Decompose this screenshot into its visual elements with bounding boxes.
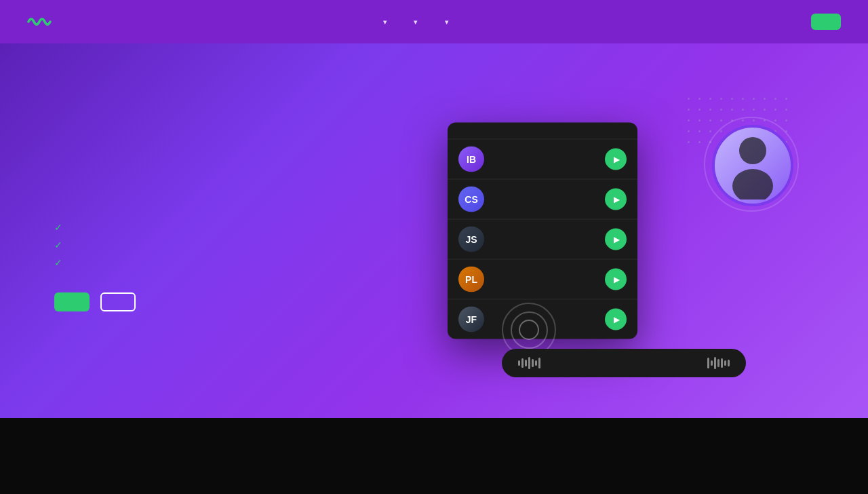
- play-button-jay[interactable]: ▶: [605, 229, 627, 250]
- navbar: ▾ ▾ ▾: [0, 0, 868, 43]
- svg-point-0: [739, 137, 766, 164]
- try-free-nav-button[interactable]: [811, 14, 841, 30]
- nav-resources[interactable]: ▾: [442, 18, 449, 26]
- waveform-left: [518, 357, 540, 369]
- play-icon: ▶: [614, 235, 620, 244]
- hero-title: [54, 164, 434, 202]
- play-icon: ▶: [614, 315, 620, 324]
- voice-info-issa: [492, 159, 597, 160]
- feature-item: ✓: [54, 222, 434, 233]
- voice-info-jay: [492, 239, 597, 240]
- play-button-issa[interactable]: ▶: [605, 149, 627, 170]
- avatar-issa: IB: [458, 147, 484, 172]
- avatar-cameron: CS: [458, 187, 484, 212]
- play-button-paige[interactable]: ▶: [605, 269, 627, 290]
- play-icon: ▶: [614, 155, 620, 164]
- voice-row-issa: IB ▶: [448, 139, 637, 179]
- play-icon: ▶: [614, 275, 620, 284]
- try-free-hero-button[interactable]: [54, 292, 90, 311]
- voice-row-paige: PL ▶: [448, 259, 637, 299]
- svg-point-1: [732, 169, 773, 200]
- feature-item: ✓: [54, 257, 434, 268]
- play-button-joe[interactable]: ▶: [605, 309, 627, 330]
- voice-info-cameron: [492, 199, 597, 200]
- voice-info-paige: [492, 279, 597, 280]
- hero-visual: // Generate dots inline const dp = docum…: [434, 43, 814, 418]
- logo[interactable]: [27, 14, 58, 30]
- hero-buttons: [54, 292, 434, 311]
- person-avatar-circle: [712, 125, 793, 206]
- chevron-down-icon: ▾: [414, 18, 418, 26]
- person-silhouette: [726, 132, 780, 200]
- avatar-jay: JS: [458, 227, 484, 252]
- book-demo-button[interactable]: [100, 292, 136, 311]
- check-icon: ✓: [54, 240, 62, 250]
- nav-links: ▾ ▾ ▾: [380, 18, 473, 26]
- voice-row-jay: JS ▶: [448, 219, 637, 259]
- footer-trusted-section: [0, 418, 868, 494]
- wellsaid-logo-icon: [27, 14, 52, 30]
- chevron-down-icon: ▾: [445, 18, 449, 26]
- feature-item: ✓: [54, 240, 434, 250]
- avatar-paige: PL: [458, 267, 484, 292]
- studio-header: [448, 123, 637, 139]
- check-icon: ✓: [54, 222, 62, 233]
- hero-features-list: ✓ ✓ ✓: [54, 222, 434, 268]
- waveform-right: [707, 357, 730, 369]
- nav-use-cases[interactable]: ▾: [411, 18, 418, 26]
- voice-row-cameron: CS ▶: [448, 179, 637, 219]
- nav-right: [795, 14, 841, 30]
- chevron-down-icon: ▾: [383, 18, 387, 26]
- avatar-joe: JF: [458, 307, 484, 332]
- play-button-cameron[interactable]: ▶: [605, 189, 627, 210]
- nav-product[interactable]: ▾: [380, 18, 387, 26]
- check-icon: ✓: [54, 257, 62, 268]
- hero-content: ✓ ✓ ✓: [54, 150, 434, 311]
- waveform-bar: [502, 349, 746, 377]
- hero-section: ✓ ✓ ✓ // Generate dots inline const dp =…: [0, 43, 868, 418]
- play-icon: ▶: [614, 195, 620, 204]
